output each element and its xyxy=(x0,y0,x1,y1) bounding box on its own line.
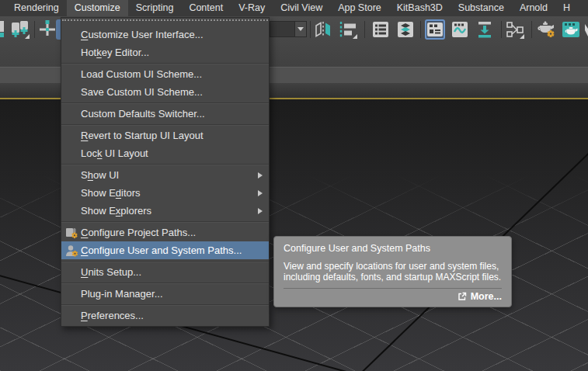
menu-separator xyxy=(61,283,269,283)
menu-separator xyxy=(61,63,269,64)
submenu-arrow-icon xyxy=(258,190,263,196)
menu-item-configure-project-paths[interactable]: Configure Project Paths... xyxy=(61,224,269,241)
menu-tearoff-handle[interactable] xyxy=(62,19,268,26)
toolbar-separator xyxy=(531,21,532,38)
menu-icon-spacer xyxy=(64,265,78,279)
layer-explorer-button[interactable] xyxy=(395,19,416,40)
toolbar-separator xyxy=(34,21,35,38)
toolbar-separator xyxy=(420,21,421,38)
menu-icon-spacer xyxy=(64,147,78,161)
menu-separator xyxy=(61,304,269,305)
project-paths-icon xyxy=(64,226,78,240)
menu-icon-spacer xyxy=(64,129,78,143)
render-setup-button[interactable] xyxy=(536,19,556,40)
named-selection-sets-value[interactable] xyxy=(270,22,294,36)
layer-explorer-icon xyxy=(397,21,414,38)
tooltip-more-link[interactable]: More... xyxy=(284,291,502,302)
rendered-frame-window-button[interactable] xyxy=(561,19,581,40)
menubar-item-content[interactable]: Content xyxy=(181,0,231,16)
menu-item-label: Show Editors xyxy=(81,187,141,199)
menu-item-label: Lock UI Layout xyxy=(81,147,148,159)
toggle-ribbon-button[interactable] xyxy=(425,19,445,40)
menu-separator xyxy=(61,124,269,125)
menu-item-label: Customize User Interface... xyxy=(81,29,204,40)
menu-item-custom-defaults-switcher[interactable]: Custom Defaults Switcher... xyxy=(61,105,269,123)
menu-item-label: Plug-in Manager... xyxy=(81,288,163,300)
3ds-max-window: { "menubar": { "items": [ {"label": "Ren… xyxy=(0,0,588,371)
material-editor-flyout-button[interactable] xyxy=(505,19,525,40)
scene-explorer-icon xyxy=(372,21,389,38)
schematic-view-button[interactable] xyxy=(475,19,495,40)
menu-item-plug-in-manager[interactable]: Plug-in Manager... xyxy=(61,285,269,303)
menu-separator xyxy=(61,102,269,103)
menu-item-label: Hotkey Editor... xyxy=(81,47,149,58)
scene-explorer-button[interactable] xyxy=(371,19,391,40)
rendered-frame-window-icon xyxy=(562,21,580,38)
menu-item-units-setup[interactable]: Units Setup... xyxy=(61,263,269,281)
menu-item-label: Revert to Startup UI Layout xyxy=(81,130,204,141)
dropdown-button[interactable] xyxy=(294,22,306,36)
menu-icon-spacer xyxy=(64,168,78,182)
menu-item-label: Load Custom UI Scheme... xyxy=(81,68,202,80)
select-and-move-icon xyxy=(38,20,57,39)
align-flyout-button[interactable] xyxy=(338,19,358,40)
menu-item-revert-to-startup-ui-layout[interactable]: Revert to Startup UI Layout xyxy=(61,127,269,144)
menu-item-show-ui[interactable]: Show UI xyxy=(61,166,269,184)
menu-icon-spacer xyxy=(64,68,78,81)
menu-item-label: Show UI xyxy=(81,169,119,181)
menu-item-label: Show Explorers xyxy=(81,205,151,217)
use-center-flyout-button[interactable] xyxy=(10,19,30,40)
menu-item-show-editors[interactable]: Show Editors xyxy=(61,184,269,202)
material-editor-icon xyxy=(506,21,524,38)
menu-item-hotkey-editor[interactable]: Hotkey Editor... xyxy=(61,43,269,61)
menu-item-customize-user-interface[interactable]: Customize User Interface... xyxy=(61,26,269,43)
menu-separator xyxy=(61,164,269,165)
menubar-item-app-store[interactable]: App Store xyxy=(330,0,389,16)
render-setup-icon xyxy=(536,20,556,39)
named-selection-sets-dropdown[interactable] xyxy=(270,21,307,37)
menubar-item-v-ray[interactable]: V-Ray xyxy=(231,0,273,16)
menubar-item-scripting[interactable]: Scripting xyxy=(128,0,182,16)
tooltip-more-label: More... xyxy=(471,291,502,302)
toolbar-separator xyxy=(310,21,311,38)
chevron-down-icon xyxy=(297,27,304,31)
menubar-item-substance[interactable]: Substance xyxy=(451,0,512,16)
menu-icon-spacer xyxy=(64,204,78,218)
curve-editor-button[interactable] xyxy=(450,19,470,40)
menu-item-configure-user-and-system-paths[interactable]: Configure User and System Paths... xyxy=(61,241,269,259)
menubar-item-rendering[interactable]: Rendering xyxy=(6,0,67,16)
tooltip-body: View and specify locations for user and … xyxy=(284,261,502,283)
menubar-item-arnold[interactable]: Arnold xyxy=(512,0,555,16)
user-paths-icon xyxy=(64,244,78,258)
menu-item-save-custom-ui-scheme[interactable]: Save Custom UI Scheme... xyxy=(61,83,269,101)
curve-editor-icon xyxy=(451,21,468,38)
menu-icon-spacer xyxy=(64,287,78,301)
menu-item-lock-ui-layout[interactable]: Lock UI Layout xyxy=(61,144,269,162)
menubar-item-civil-view[interactable]: Civil View xyxy=(273,0,330,16)
menubar-item-kitbash3d[interactable]: KitBash3D xyxy=(389,0,451,16)
mirror-icon xyxy=(314,22,332,37)
select-and-move-button[interactable] xyxy=(37,19,57,40)
menubar: RenderingCustomizeScriptingContentV-RayC… xyxy=(0,0,588,16)
menu-icon-spacer xyxy=(64,186,78,200)
menu-icon-spacer xyxy=(64,85,78,99)
menu-item-label: Configure User and System Paths... xyxy=(81,244,242,256)
mirror-button[interactable] xyxy=(313,19,333,40)
menu-item-label: Save Custom UI Scheme... xyxy=(81,86,203,98)
menubar-item-customize[interactable]: Customize xyxy=(67,0,128,16)
partial-tool-icon xyxy=(0,21,4,38)
menu-item-load-custom-ui-scheme[interactable]: Load Custom UI Scheme... xyxy=(61,65,269,83)
menu-icon-spacer xyxy=(64,107,78,121)
menu-item-show-explorers[interactable]: Show Explorers xyxy=(61,202,269,220)
menu-icon-spacer xyxy=(64,46,78,60)
menu-tooltip: Configure User and System Paths View and… xyxy=(273,236,512,307)
tooltip-divider xyxy=(284,288,502,289)
customize-menu: Customize User Interface...Hotkey Editor… xyxy=(61,17,270,327)
render-button-partial[interactable] xyxy=(585,23,588,40)
menu-icon-spacer xyxy=(64,28,78,42)
submenu-arrow-icon xyxy=(258,172,263,179)
menu-item-label: Preferences... xyxy=(81,310,144,321)
menu-item-preferences[interactable]: Preferences... xyxy=(61,307,269,324)
toolbar-separator xyxy=(501,21,502,38)
menubar-item-h[interactable]: H xyxy=(555,0,578,16)
